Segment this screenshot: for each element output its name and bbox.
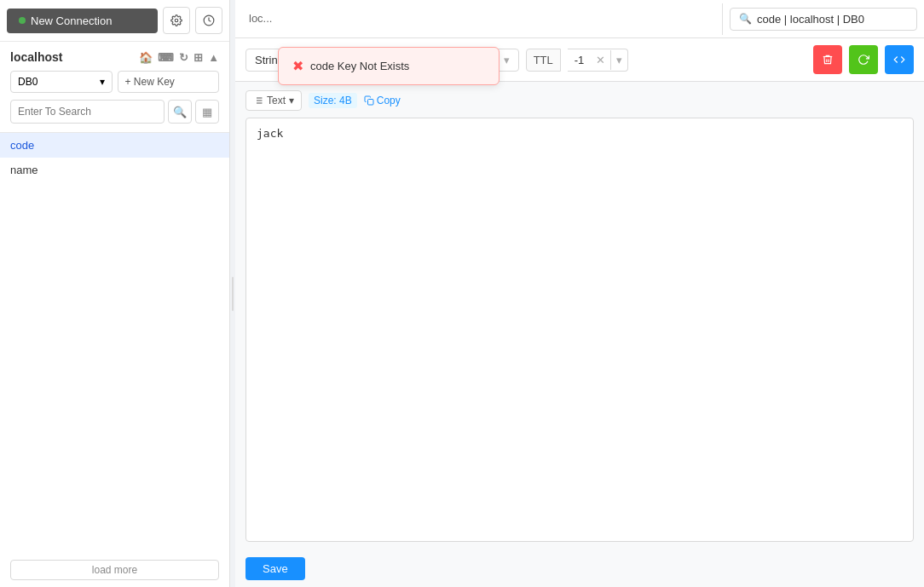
save-button[interactable]: Save <box>245 557 305 580</box>
new-connection-button[interactable]: New Connection <box>7 9 158 33</box>
settings-icon-btn[interactable] <box>163 7 190 34</box>
key-list: code name <box>0 133 229 553</box>
chevron-up-icon[interactable]: ▲ <box>208 51 219 64</box>
key-item-name[interactable]: name <box>0 158 229 182</box>
key-item-code[interactable]: code <box>0 133 229 158</box>
db-row: DB0 ▾ + New Key <box>10 71 219 93</box>
search-area-right: 🔍 code | localhost | DB0 <box>722 3 924 35</box>
error-toast: ✖ code Key Not Exists <box>278 47 500 85</box>
new-connection-label: New Connection <box>31 14 112 27</box>
copy-button[interactable]: Copy <box>364 95 401 106</box>
editor-textarea[interactable]: jack <box>245 118 914 542</box>
format-value: Text <box>267 95 286 106</box>
search-icon-button[interactable]: 🔍 <box>168 100 192 124</box>
connection-action-icons: 🏠 ⌨ ↻ ⊞ ▲ <box>139 51 219 64</box>
copy-label: Copy <box>377 95 401 106</box>
new-key-button[interactable]: + New Key <box>118 71 220 93</box>
tab-loc[interactable]: loc... <box>235 0 286 37</box>
svg-point-0 <box>175 19 178 22</box>
connection-status-dot <box>19 17 26 24</box>
key-item-label: name <box>10 164 38 176</box>
new-key-label: + New Key <box>125 76 175 88</box>
terminal-icon[interactable]: ⌨ <box>158 51 174 64</box>
db-select-chevron: ▾ <box>100 76 105 88</box>
refresh-icon[interactable]: ↻ <box>179 51 188 64</box>
size-badge[interactable]: Size: 4B <box>309 93 357 108</box>
editor-toolbar: Text ▾ Size: 4B Copy <box>245 90 914 111</box>
refresh-button[interactable] <box>849 45 878 74</box>
format-chevron: ▾ <box>289 95 294 106</box>
editor-area: Text ▾ Size: 4B Copy jack <box>235 82 924 550</box>
key-item-label: code <box>10 139 34 152</box>
format-select[interactable]: Text ▾ <box>245 90 302 111</box>
search-right-input[interactable]: 🔍 code | localhost | DB0 <box>730 8 917 31</box>
search-right-icon: 🔍 <box>739 13 752 25</box>
delete-button[interactable] <box>813 45 842 74</box>
search-right-value: code | localhost | DB0 <box>757 13 864 26</box>
ttl-value: -1 <box>568 49 592 71</box>
editor-footer: Save <box>235 550 924 587</box>
sidebar-header: New Connection <box>0 0 229 42</box>
filter-icon-button[interactable]: ▦ <box>195 100 219 124</box>
tabs-container: loc... <box>235 0 722 37</box>
grid-icon[interactable]: ⊞ <box>193 51 203 64</box>
connection-name: localhost <box>10 50 62 64</box>
ttl-chevron-button[interactable]: ▾ <box>610 50 627 70</box>
db-select[interactable]: DB0 ▾ <box>10 71 113 93</box>
divider-line <box>232 277 234 311</box>
ttl-label: TTL <box>526 49 561 72</box>
key-input-chevron: ▾ <box>504 54 510 66</box>
clock-icon-btn[interactable] <box>195 7 222 34</box>
connection-section: localhost 🏠 ⌨ ↻ ⊞ ▲ DB0 ▾ + New Key 🔍 ▦ <box>0 42 229 133</box>
error-message: code Key Not Exists <box>310 60 409 72</box>
svg-rect-8 <box>367 100 373 106</box>
search-input[interactable] <box>10 100 165 124</box>
sidebar: New Connection localhost 🏠 ⌨ ↻ ⊞ ▲ DB0 ▾ <box>0 0 230 587</box>
connection-title-row: localhost 🏠 ⌨ ↻ ⊞ ▲ <box>10 50 219 64</box>
ttl-input-group: -1 ✕ ▾ <box>568 49 629 72</box>
save-label: Save <box>263 562 288 575</box>
home-icon[interactable]: 🏠 <box>139 51 153 64</box>
load-more-area: load more <box>0 553 229 587</box>
load-more-button[interactable]: load more <box>10 560 219 580</box>
header-area: loc... 🔍 code | localhost | DB0 <box>235 0 924 38</box>
load-more-label: load more <box>92 564 137 576</box>
error-icon: ✖ <box>292 58 303 74</box>
search-row: 🔍 ▦ <box>10 100 219 124</box>
main-content: loc... 🔍 code | localhost | DB0 ✖ code K… <box>235 0 924 587</box>
ttl-clear-button[interactable]: ✕ <box>591 50 610 70</box>
tab-label: loc... <box>249 12 272 25</box>
code-button[interactable] <box>885 45 914 74</box>
db-select-value: DB0 <box>18 76 38 88</box>
